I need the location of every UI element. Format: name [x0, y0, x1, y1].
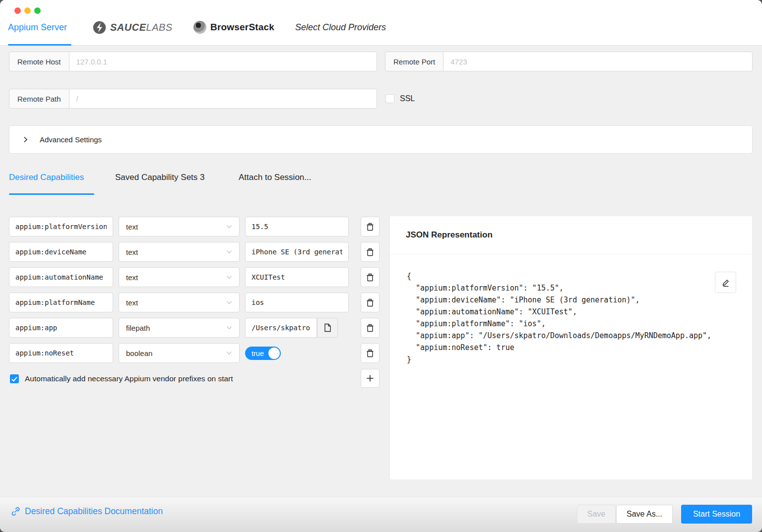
capability-name-input[interactable]: [9, 293, 113, 312]
remote-path-input[interactable]: [69, 89, 377, 109]
active-capability-tab-indicator: [9, 193, 94, 195]
json-panel-title: JSON Representation: [406, 230, 493, 240]
capability-type-select[interactable]: text: [119, 242, 240, 262]
auto-prefix-label: Automatically add necessary Appium vendo…: [25, 374, 233, 383]
capability-name-input[interactable]: [9, 343, 113, 363]
saucelabs-logo-text: SAUCELABS: [110, 22, 173, 33]
close-window-icon[interactable]: [14, 7, 21, 14]
boolean-toggle[interactable]: true: [245, 347, 281, 360]
capability-type-value: text: [126, 223, 138, 231]
json-line: "appium:platformVersion": "15.5",: [407, 282, 735, 294]
chevron-down-icon: [226, 224, 232, 230]
capability-name-input[interactable]: [9, 242, 113, 262]
auto-prefix-checkbox[interactable]: [10, 374, 19, 383]
tab-select-cloud-providers[interactable]: Select Cloud Providers: [295, 17, 386, 38]
start-session-button[interactable]: Start Session: [681, 505, 752, 524]
ssl-checkbox[interactable]: [385, 94, 394, 103]
delete-capability-button[interactable]: [361, 318, 380, 338]
remote-port-input[interactable]: [443, 52, 753, 71]
edit-json-button[interactable]: [715, 272, 736, 293]
chevron-down-icon: [226, 350, 232, 356]
capability-name-input[interactable]: [9, 217, 113, 236]
capability-type-select[interactable]: text: [119, 267, 240, 287]
capabilities-documentation-link[interactable]: Desired Capabilities Documentation: [11, 506, 163, 517]
json-line: "appium:automationName": "XCUITest",: [407, 306, 735, 318]
start-session-button-label: Start Session: [693, 510, 740, 519]
ssl-checkbox-group[interactable]: SSL: [385, 94, 415, 103]
save-button-label: Save: [587, 510, 605, 519]
json-line: {: [407, 270, 735, 282]
remote-host-label: Remote Host: [9, 52, 69, 71]
capabilities-documentation-label: Desired Capabilities Documentation: [25, 506, 163, 517]
capability-value-input[interactable]: [245, 217, 349, 236]
delete-capability-button[interactable]: [361, 267, 380, 287]
trash-icon: [366, 248, 374, 256]
edit-pencil-icon: [721, 278, 730, 287]
trash-icon: [366, 223, 374, 231]
trash-icon: [366, 349, 374, 357]
capability-row: filepath: [9, 318, 381, 338]
appium-inspector-window: Appium Server SAUCELABS BrowserStack Sel…: [0, 0, 762, 532]
capability-type-value: filepath: [126, 324, 150, 332]
capability-row: boolean true: [9, 343, 381, 363]
delete-capability-button[interactable]: [361, 242, 380, 262]
capability-type-value: text: [126, 248, 138, 256]
json-panel-header: JSON Representation: [390, 216, 752, 254]
choose-file-button[interactable]: [317, 318, 338, 338]
delete-capability-button[interactable]: [361, 293, 380, 312]
link-icon: [11, 507, 20, 516]
json-panel-body: { "appium:platformVersion": "15.5", "app…: [390, 254, 752, 381]
capability-value-input[interactable]: [245, 293, 349, 312]
capability-row: text: [9, 267, 381, 287]
tab-desired-capabilities[interactable]: Desired Capabilities: [9, 173, 84, 182]
capability-type-select[interactable]: filepath: [119, 318, 240, 338]
capability-type-select[interactable]: boolean: [119, 343, 240, 363]
tab-sauce-labs[interactable]: SAUCELABS: [92, 17, 173, 38]
tab-appium-server[interactable]: Appium Server: [8, 17, 67, 38]
capability-value-input[interactable]: [245, 242, 349, 262]
advanced-settings-label: Advanced Settings: [40, 135, 102, 144]
macos-traffic-lights: [14, 7, 41, 14]
capability-name-input[interactable]: [9, 318, 113, 338]
auto-prefix-checkbox-group[interactable]: Automatically add necessary Appium vendo…: [10, 374, 233, 383]
capability-name-input[interactable]: [9, 267, 113, 287]
capability-type-value: text: [126, 273, 138, 282]
capability-type-select[interactable]: text: [119, 217, 240, 236]
json-representation-panel: JSON Representation { "appium:platformVe…: [389, 216, 753, 480]
delete-capability-button[interactable]: [361, 343, 380, 363]
json-line: }: [407, 354, 735, 365]
capability-row: text: [9, 217, 381, 236]
active-tab-indicator: [8, 44, 71, 46]
select-cloud-providers-label: Select Cloud Providers: [295, 22, 386, 33]
saucelabs-logo-icon: [92, 20, 107, 35]
trash-icon: [366, 273, 374, 282]
save-as-button[interactable]: Save As...: [616, 505, 673, 524]
json-line: "appium:noReset": true: [407, 342, 735, 354]
capability-row: text: [9, 242, 381, 262]
save-button[interactable]: Save: [577, 505, 616, 524]
chevron-down-icon: [226, 325, 232, 331]
remote-port-label: Remote Port: [385, 52, 443, 71]
capability-type-value: boolean: [126, 349, 152, 357]
remote-host-input[interactable]: [69, 52, 377, 71]
remote-port-group: Remote Port: [385, 52, 753, 71]
tab-attach-to-session[interactable]: Attach to Session...: [239, 173, 311, 182]
add-capability-button[interactable]: [361, 369, 380, 388]
capability-value-input[interactable]: [245, 318, 317, 338]
tab-saved-capability-sets[interactable]: Saved Capability Sets 3: [115, 173, 205, 182]
capability-type-select[interactable]: text: [119, 293, 240, 312]
remote-host-group: Remote Host: [9, 52, 377, 71]
capability-value-input[interactable]: [245, 267, 349, 287]
delete-capability-button[interactable]: [361, 217, 380, 236]
toggle-value-label: true: [252, 350, 264, 357]
zoom-window-icon[interactable]: [34, 7, 41, 14]
file-icon: [324, 323, 331, 332]
saucelabs-light: LABS: [146, 22, 173, 33]
advanced-settings-collapse[interactable]: Advanced Settings: [9, 125, 753, 154]
browserstack-logo-text: BrowserStack: [210, 22, 274, 33]
minimize-window-icon[interactable]: [24, 7, 31, 14]
ssl-label: SSL: [400, 94, 415, 103]
remote-path-group: Remote Path: [9, 89, 377, 109]
json-line: "appium:app": "/Users/skpatro/Downloads/…: [407, 330, 735, 342]
tab-browserstack[interactable]: BrowserStack: [193, 17, 274, 38]
